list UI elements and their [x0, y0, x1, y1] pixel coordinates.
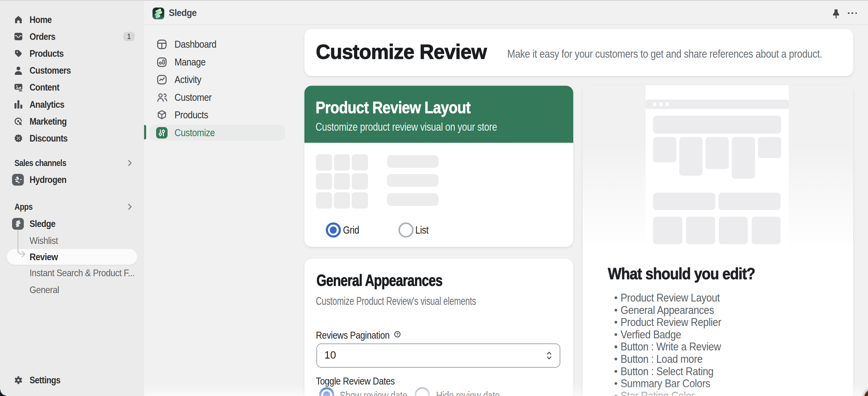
svg-text:?: ?: [396, 332, 398, 337]
